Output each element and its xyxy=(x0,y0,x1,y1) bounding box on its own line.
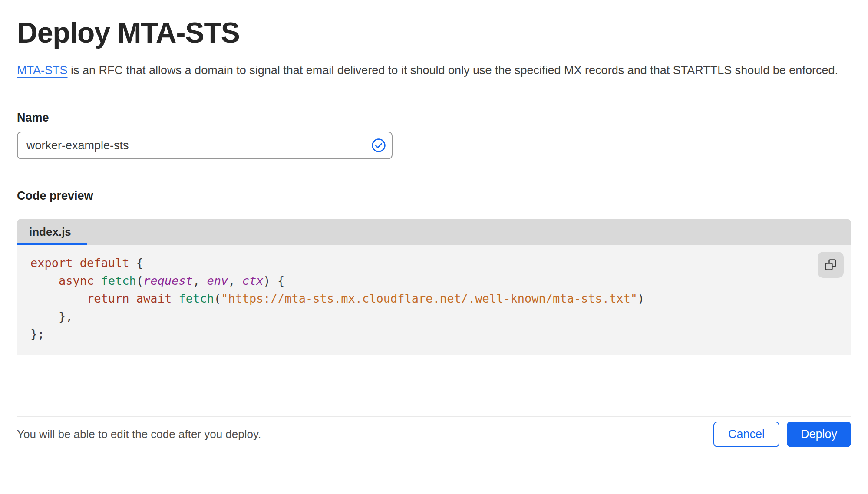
code-token: ( xyxy=(214,292,221,305)
code-token: async xyxy=(59,274,94,287)
code-line: }; xyxy=(30,325,851,343)
code-token: ) xyxy=(637,292,644,305)
code-lines: export default { async fetch(request, en… xyxy=(30,254,851,343)
code-token xyxy=(172,292,178,305)
code-token: }; xyxy=(30,327,45,341)
page-title: Deploy MTA-STS xyxy=(17,0,851,49)
code-token: { xyxy=(129,256,144,270)
code-token: request xyxy=(143,274,193,287)
code-token: default xyxy=(80,256,129,270)
deploy-button[interactable]: Deploy xyxy=(787,422,851,447)
copy-icon xyxy=(824,258,837,271)
cancel-button[interactable]: Cancel xyxy=(713,422,779,447)
code-token xyxy=(73,256,80,270)
code-token: , xyxy=(228,274,242,287)
code-token: , xyxy=(193,274,207,287)
check-circle-icon xyxy=(371,138,386,153)
deploy-note: You will be able to edit the code after … xyxy=(17,428,261,441)
code-token xyxy=(94,274,101,287)
code-token: await xyxy=(136,292,172,305)
code-token: }, xyxy=(30,310,73,323)
copy-code-button[interactable] xyxy=(818,252,844,278)
code-line: async fetch(request, env, ctx) { xyxy=(30,272,851,290)
code-preview-label: Code preview xyxy=(17,189,851,203)
intro-text: is an RFC that allows a domain to signal… xyxy=(68,64,838,77)
code-preview-card: index.js export default { async fetch(re… xyxy=(17,219,851,355)
footer-actions: Cancel Deploy xyxy=(713,422,851,447)
code-line: export default { xyxy=(30,254,851,272)
tab-index-js[interactable]: index.js xyxy=(17,219,87,245)
code-token: fetch xyxy=(178,292,214,305)
code-token: env xyxy=(207,274,228,287)
code-token: return xyxy=(87,292,129,305)
name-input[interactable] xyxy=(17,132,393,159)
code-token: export xyxy=(30,256,73,270)
deploy-mta-sts-page: Deploy MTA-STS MTA-STS is an RFC that al… xyxy=(0,0,868,494)
footer-divider xyxy=(17,416,851,417)
intro-paragraph: MTA-STS is an RFC that allows a domain t… xyxy=(17,61,840,80)
mta-sts-link[interactable]: MTA-STS xyxy=(17,64,68,77)
name-label: Name xyxy=(17,111,851,125)
code-token: ) { xyxy=(264,274,285,287)
tab-label: index.js xyxy=(29,225,71,239)
code-tab-bar: index.js xyxy=(17,219,851,245)
code-token xyxy=(30,274,59,287)
code-token: fetch xyxy=(101,274,136,287)
code-line: return await fetch("https://mta-sts.mx.c… xyxy=(30,290,851,307)
code-token: ( xyxy=(136,274,143,287)
footer-bar: You will be able to edit the code after … xyxy=(17,422,851,447)
code-editor: export default { async fetch(request, en… xyxy=(17,245,851,355)
code-line: }, xyxy=(30,307,851,325)
name-input-wrapper xyxy=(17,132,393,159)
code-token: ctx xyxy=(242,274,264,287)
code-token xyxy=(30,292,87,305)
name-field: Name xyxy=(17,111,851,159)
code-token: "https://mta-sts.mx.cloudflare.net/.well… xyxy=(221,292,637,305)
code-token xyxy=(129,292,136,305)
